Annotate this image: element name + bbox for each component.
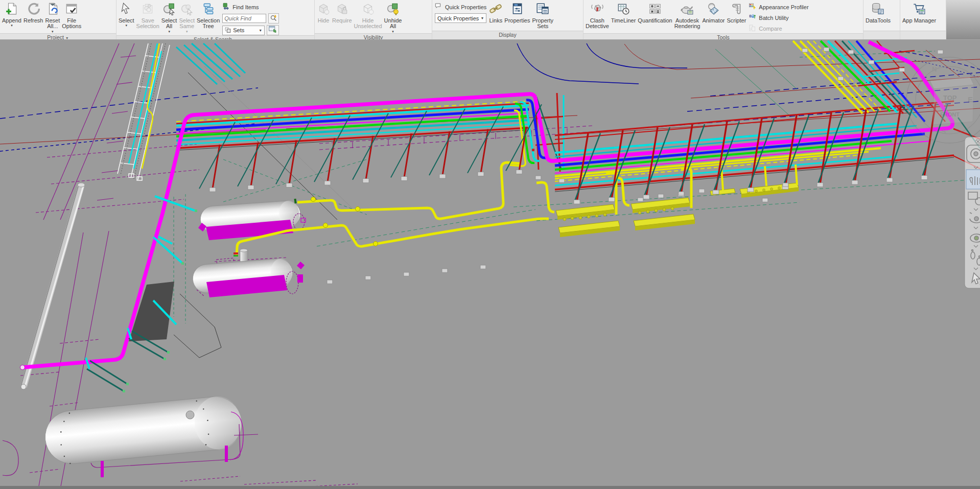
compare-icon [749, 24, 757, 33]
property-sets-button[interactable]: PropertySets [531, 1, 554, 31]
select-same-button[interactable]: SelectSame ▾ [178, 1, 196, 35]
file-options-button[interactable]: FileOptions [61, 1, 82, 33]
reset-all-icon [46, 2, 59, 18]
ribbon: Append ▾RefreshResetAll... ▾FileOptionsP… [0, 0, 980, 40]
property-sets-label: PropertySets [532, 18, 553, 30]
quick-find-search-button[interactable] [268, 13, 279, 24]
scripter-icon [730, 2, 743, 18]
app-manager-label: App Manager [902, 18, 936, 24]
appearance-profiler-button[interactable]: Appearance Profiler [749, 3, 808, 12]
panel-label-display: Display [432, 31, 583, 39]
sets-button[interactable]: Sets▼ [222, 25, 279, 35]
quick-properties-select-dropdown[interactable]: Quick Properties▼ [435, 13, 486, 23]
links-button[interactable]: Links [488, 1, 503, 31]
append-icon [5, 2, 18, 18]
dropdown-caret-icon: ▾ [2, 24, 21, 27]
reset-all-button[interactable]: ResetAll... ▾ [44, 1, 61, 33]
autodesk-rendering-button[interactable]: AutodeskRendering [673, 1, 702, 33]
reset-all-label: ResetAll... ▾ [45, 18, 60, 33]
app-manager-icon [913, 2, 926, 18]
scripter-button[interactable]: Scripter [726, 1, 747, 33]
panel-label-datatools-group [864, 31, 900, 39]
hide-unselected-button[interactable]: HideUnselected [353, 1, 383, 33]
quick-properties-toggle-button[interactable]: Quick Properties [435, 3, 486, 12]
search-column: Find ItemsSets▼ [221, 1, 281, 35]
quantification-button[interactable]: Quantification [637, 1, 673, 33]
timeliner-button[interactable]: TimeLiner [610, 1, 637, 33]
find-items-button[interactable]: Find Items [222, 3, 279, 12]
ribbon-group-select-search: Select ▾SaveSelectionSelectAll ▾SelectSa… [116, 0, 315, 39]
scene-3d-model[interactable]: TOP FRONT N E S [0, 40, 980, 489]
file-options-icon [65, 2, 78, 18]
unhide-all-button[interactable]: UnhideAll ▾ [383, 1, 403, 33]
dropdown-caret-icon: ▾ [179, 30, 195, 33]
appearance-profiler-label: Appearance Profiler [759, 4, 808, 10]
clash-detective-button[interactable]: ClashDetective [585, 1, 610, 33]
ribbon-group-display: Quick PropertiesQuick Properties▼LinksPr… [432, 0, 584, 39]
compare-button[interactable]: Compare [749, 24, 808, 33]
timeliner-label: TimeLiner [611, 18, 636, 24]
select-all-icon [162, 2, 176, 18]
links-label: Links [489, 18, 502, 24]
steering-wheel-icon[interactable] [967, 145, 980, 162]
pan-tool-button[interactable] [966, 170, 980, 189]
select-same-label: SelectSame ▾ [179, 18, 195, 33]
dropdown-caret-icon: ▾ [161, 30, 177, 33]
save-selection-button[interactable]: SaveSelection [135, 1, 160, 35]
batch-utility-icon: B [749, 13, 757, 22]
navbar-close-icon[interactable] [975, 139, 980, 144]
panel-label-select-search[interactable]: Select & Search ▼ [116, 35, 314, 39]
panel-label-app-manager-group [900, 31, 946, 39]
svg-text:TOP: TOP [943, 94, 957, 102]
svg-text:FRONT: FRONT [940, 111, 960, 118]
quick-properties-toggle-label: Quick Properties [445, 4, 486, 10]
properties-icon [510, 2, 524, 18]
autodesk-rendering-label: AutodeskRendering [674, 18, 701, 30]
require-button[interactable]: Require [331, 1, 353, 33]
vessel-3-nozzle [186, 411, 194, 419]
quick-properties-select-button[interactable]: Quick Properties▼ [435, 13, 486, 23]
properties-button[interactable]: Properties [503, 1, 531, 31]
quick-properties-toggle-icon [435, 3, 443, 12]
quantification-icon [648, 2, 662, 18]
compare-label: Compare [759, 26, 782, 32]
svg-text:N: N [932, 65, 937, 73]
hide-button[interactable]: Hide [316, 1, 331, 33]
find-items-label: Find Items [232, 4, 259, 10]
dropdown-caret-icon: ▾ [45, 30, 60, 33]
panel-label-project[interactable]: Project ▼ [0, 33, 116, 40]
links-icon [489, 2, 502, 18]
append-button[interactable]: Append ▾ [1, 1, 22, 33]
hide-unselected-label: HideUnselected [354, 18, 382, 30]
viewport-3d[interactable]: TOP FRONT N E S [0, 40, 980, 489]
properties-label: Properties [504, 18, 530, 24]
app-manager-button[interactable]: App Manager [901, 1, 937, 31]
ribbon-corner [946, 0, 980, 39]
panel-label-visibility: Visibility [315, 33, 432, 40]
require-label: Require [332, 18, 352, 24]
quick-find-input[interactable] [222, 13, 279, 24]
navigation-bar[interactable] [965, 137, 980, 288]
selection-tree-button[interactable]: SelectionTree [196, 1, 221, 35]
datatools-button[interactable]: DataTools [865, 1, 892, 31]
select-button[interactable]: Select ▾ [118, 1, 135, 35]
select-all-button[interactable]: SelectAll ▾ [160, 1, 178, 35]
sets-manage-button[interactable] [267, 25, 279, 35]
animator-button[interactable]: Animator [701, 1, 726, 33]
datatools-label: DataTools [866, 18, 891, 24]
autodesk-rendering-icon [681, 2, 694, 18]
animator-label: Animator [702, 18, 725, 24]
property-sets-icon [536, 2, 549, 18]
sets-value: Sets [233, 27, 244, 33]
quick-find-input[interactable] [222, 14, 266, 23]
batch-utility-button[interactable]: BBatch Utility [749, 13, 808, 22]
sets-dropdown[interactable]: Sets▼ [222, 26, 265, 35]
chevron-down-icon: ▼ [65, 36, 69, 40]
select-all-label: SelectAll ▾ [161, 18, 177, 33]
refresh-button[interactable]: Refresh [22, 1, 44, 33]
svg-text:S: S [941, 127, 946, 135]
ribbon-group-project: Append ▾RefreshResetAll... ▾FileOptionsP… [0, 0, 116, 39]
refresh-icon [27, 2, 40, 18]
refresh-label: Refresh [24, 18, 43, 24]
hide-unselected-icon [361, 2, 375, 18]
